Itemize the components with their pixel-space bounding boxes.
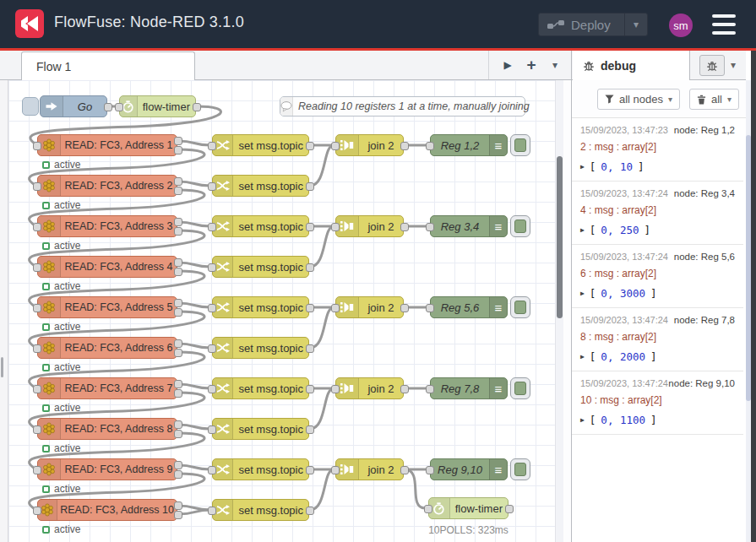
debug-nodes-button[interactable] <box>699 55 725 76</box>
debug-node-3[interactable]: Reg 5,6≡ <box>430 296 508 318</box>
node-port[interactable] <box>174 177 182 186</box>
node-port[interactable] <box>33 182 41 191</box>
sidebar-options-chevron-icon[interactable]: ▾ <box>731 59 736 71</box>
flow-list-chevron-icon[interactable]: ▾ <box>543 59 567 71</box>
node-port[interactable] <box>331 385 340 393</box>
change-node-5[interactable]: set msg.topic <box>212 296 309 318</box>
read-node-4[interactable]: READ: FC3, Address 4 <box>37 256 177 278</box>
debug-node-2[interactable]: Reg 3,4≡ <box>430 215 508 237</box>
node-port[interactable] <box>426 142 434 150</box>
node-port[interactable] <box>208 304 216 312</box>
debug-enable-toggle[interactable] <box>510 296 530 318</box>
debug-node-1[interactable]: Reg 1,2≡ <box>430 134 508 156</box>
node-port[interactable] <box>208 223 216 231</box>
node-port[interactable] <box>33 223 41 231</box>
node-port[interactable] <box>306 182 314 191</box>
debug-enable-toggle[interactable] <box>510 458 530 480</box>
node-port[interactable] <box>426 304 434 312</box>
read-node-5[interactable]: READ: FC3, Address 5 <box>37 296 177 318</box>
node-port[interactable] <box>306 304 314 312</box>
debug-clear-button[interactable]: all ▾ <box>689 89 739 110</box>
read-node-3[interactable]: READ: FC3, Address 3 <box>37 215 177 237</box>
user-avatar[interactable]: sm <box>669 14 693 37</box>
debug-node-4[interactable]: Reg 7,8≡ <box>430 377 508 399</box>
node-port[interactable] <box>208 182 216 191</box>
debug-enable-toggle[interactable] <box>510 134 530 156</box>
node-port[interactable] <box>174 349 182 357</box>
deploy-button[interactable]: Deploy ▾ <box>538 13 648 36</box>
read-node-1[interactable]: READ: FC3, Address 1 <box>37 134 177 156</box>
node-port[interactable] <box>174 137 182 145</box>
node-port[interactable] <box>33 344 41 353</box>
node-port[interactable] <box>306 466 314 474</box>
read-node-9[interactable]: READ: FC3, Address 9 <box>37 458 177 480</box>
node-port[interactable] <box>306 507 314 515</box>
node-port[interactable] <box>33 142 41 150</box>
node-port[interactable] <box>174 258 182 267</box>
node-port[interactable] <box>306 385 314 393</box>
node-port[interactable] <box>208 263 216 272</box>
read-node-6[interactable]: READ: FC3, Address 6 <box>37 337 177 359</box>
change-node-6[interactable]: set msg.topic <box>212 337 309 359</box>
node-port[interactable] <box>426 385 434 393</box>
add-flow-button[interactable]: + <box>519 56 543 74</box>
node-port[interactable] <box>174 470 182 479</box>
node-port[interactable] <box>174 227 182 236</box>
deploy-options-chevron-icon[interactable]: ▾ <box>624 14 647 35</box>
node-port[interactable] <box>33 263 41 272</box>
node-port[interactable] <box>33 507 41 515</box>
node-port[interactable] <box>208 466 216 474</box>
message-payload[interactable]: ▶[0, 2000] <box>580 350 737 363</box>
node-port[interactable] <box>306 142 314 150</box>
change-node-9[interactable]: set msg.topic <box>212 458 309 480</box>
change-node-3[interactable]: set msg.topic <box>212 215 309 237</box>
node-port[interactable] <box>174 218 182 226</box>
node-port[interactable] <box>174 187 182 195</box>
node-port[interactable] <box>104 103 112 111</box>
join-node-5[interactable]: join 2 <box>335 458 404 480</box>
message-payload[interactable]: ▶[0, 1100] <box>580 414 737 426</box>
read-node-10[interactable]: READ: FC3, Address 10 <box>37 499 177 521</box>
comment-node[interactable]: Reading 10 registers 1 at a time, manual… <box>280 96 525 117</box>
node-port[interactable] <box>208 385 216 393</box>
inject-node-go[interactable]: Go <box>40 95 107 117</box>
node-port[interactable] <box>33 304 41 312</box>
node-port[interactable] <box>115 103 123 111</box>
change-node-4[interactable]: set msg.topic <box>212 256 309 278</box>
node-port[interactable] <box>400 385 409 393</box>
node-port[interactable] <box>208 344 216 353</box>
node-port[interactable] <box>174 268 182 276</box>
node-port[interactable] <box>174 308 182 317</box>
node-port[interactable] <box>400 142 409 150</box>
next-tab-icon[interactable]: ▶ <box>496 59 519 71</box>
node-port[interactable] <box>208 507 216 515</box>
canvas-scrollbar-thumb[interactable] <box>557 156 563 318</box>
node-port[interactable] <box>174 501 182 510</box>
node-port[interactable] <box>426 466 434 474</box>
node-port[interactable] <box>505 505 514 513</box>
debug-filter-button[interactable]: all nodes ▾ <box>597 89 680 110</box>
node-port[interactable] <box>306 344 314 353</box>
join-node-1[interactable]: join 2 <box>335 134 404 156</box>
node-port[interactable] <box>174 339 182 348</box>
node-port[interactable] <box>208 425 216 434</box>
node-port[interactable] <box>331 223 340 231</box>
node-port[interactable] <box>174 461 182 469</box>
change-node-8[interactable]: set msg.topic <box>212 418 309 440</box>
node-port[interactable] <box>424 505 432 513</box>
node-port[interactable] <box>174 146 182 154</box>
node-port[interactable] <box>400 304 409 312</box>
node-port[interactable] <box>33 425 41 434</box>
node-port[interactable] <box>208 142 216 150</box>
read-node-7[interactable]: READ: FC3, Address 7 <box>37 377 177 399</box>
main-menu-button[interactable] <box>712 14 736 35</box>
node-port[interactable] <box>174 420 182 429</box>
change-node-2[interactable]: set msg.topic <box>212 175 309 197</box>
flow-timer-node[interactable]: flow-timer <box>119 95 196 117</box>
join-node-3[interactable]: join 2 <box>335 296 404 318</box>
flow-timer-node-bottom[interactable]: flow-timer <box>428 497 509 519</box>
debug-enable-toggle[interactable] <box>510 377 530 399</box>
flow-canvas[interactable]: Goflow-timerReading 10 registers 1 at a … <box>8 80 555 542</box>
node-port[interactable] <box>193 103 201 111</box>
node-port[interactable] <box>331 466 340 474</box>
